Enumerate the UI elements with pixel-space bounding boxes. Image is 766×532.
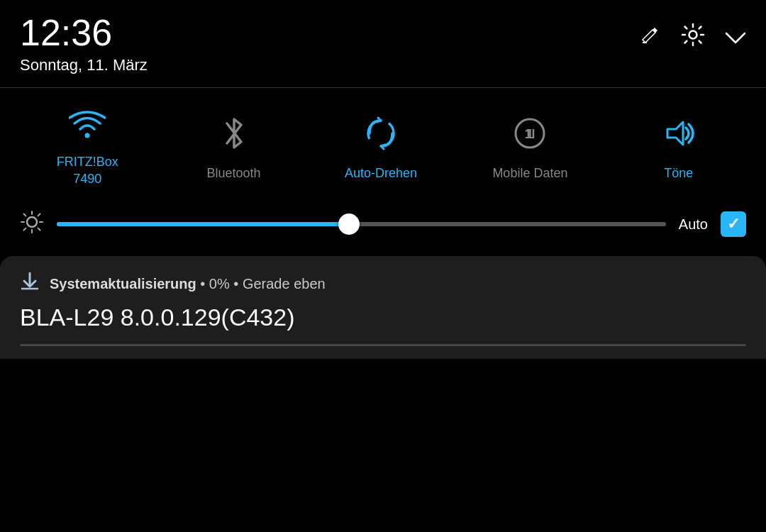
auto-checkbox[interactable]: ✓ xyxy=(721,211,746,237)
brightness-icon xyxy=(20,210,44,239)
qs-label-bluetooth: Bluetooth xyxy=(207,165,261,182)
svg-point-2 xyxy=(85,133,90,138)
svg-line-13 xyxy=(38,228,40,231)
svg-text:1l: 1l xyxy=(525,127,535,141)
notification-body: BLA-L29 8.0.0.129(C432) xyxy=(20,304,746,331)
notification-progress-bar xyxy=(20,344,746,346)
time-block: 12:36 Sonntag, 11. März xyxy=(20,13,148,74)
notification-title-suffix: • 0% • Gerade eben xyxy=(196,276,326,292)
brightness-slider[interactable] xyxy=(57,222,666,226)
qs-item-autorotate[interactable]: Auto-Drehen xyxy=(345,115,417,182)
clock-date: Sonntag, 11. März xyxy=(20,56,148,74)
mobiledata-icon: 1 1l xyxy=(511,115,548,157)
qs-label-wifi: FRITZ!Box7490 xyxy=(57,154,118,187)
autorotate-icon xyxy=(362,115,399,157)
settings-icon[interactable] xyxy=(681,23,705,52)
qs-label-autorotate: Auto-Drehen xyxy=(345,165,417,182)
qs-label-mobiledata: Mobile Daten xyxy=(492,165,567,182)
bluetooth-icon xyxy=(221,115,247,157)
brightness-row: Auto ✓ xyxy=(0,201,766,256)
qs-item-wifi[interactable]: FRITZ!Box7490 xyxy=(52,109,123,187)
wifi-icon xyxy=(69,109,106,145)
clock-time: 12:36 xyxy=(20,13,148,53)
collapse-icon[interactable] xyxy=(725,26,746,49)
notification-title: Systemaktualisierung • 0% • Gerade eben xyxy=(50,276,326,292)
svg-point-7 xyxy=(27,217,37,227)
slider-thumb[interactable] xyxy=(338,214,360,235)
header-icons xyxy=(640,13,746,52)
notification-header: Systemaktualisierung • 0% • Gerade eben xyxy=(20,272,746,297)
qs-item-bluetooth[interactable]: Bluetooth xyxy=(199,115,270,182)
qs-item-mobiledata[interactable]: 1 1l Mobile Daten xyxy=(492,115,567,182)
checkmark-icon: ✓ xyxy=(727,215,740,233)
svg-line-12 xyxy=(24,214,26,216)
slider-fill xyxy=(57,222,349,226)
notification-title-bold: Systemaktualisierung xyxy=(50,276,196,292)
qs-label-sound: Töne xyxy=(664,165,693,182)
qs-item-sound[interactable]: Töne xyxy=(643,115,714,182)
edit-icon[interactable] xyxy=(640,24,661,50)
download-icon xyxy=(20,272,40,297)
status-bar: 12:36 Sonntag, 11. März xyxy=(0,0,766,74)
svg-line-15 xyxy=(38,214,40,216)
quick-settings-row: FRITZ!Box7490 Bluetooth Auto-Drehen xyxy=(0,88,766,201)
sound-icon xyxy=(660,115,697,157)
auto-label: Auto xyxy=(679,216,708,233)
slider-track xyxy=(57,222,666,226)
svg-line-14 xyxy=(24,228,26,231)
svg-point-1 xyxy=(689,31,697,39)
notification-panel: Systemaktualisierung • 0% • Gerade eben … xyxy=(0,256,766,359)
